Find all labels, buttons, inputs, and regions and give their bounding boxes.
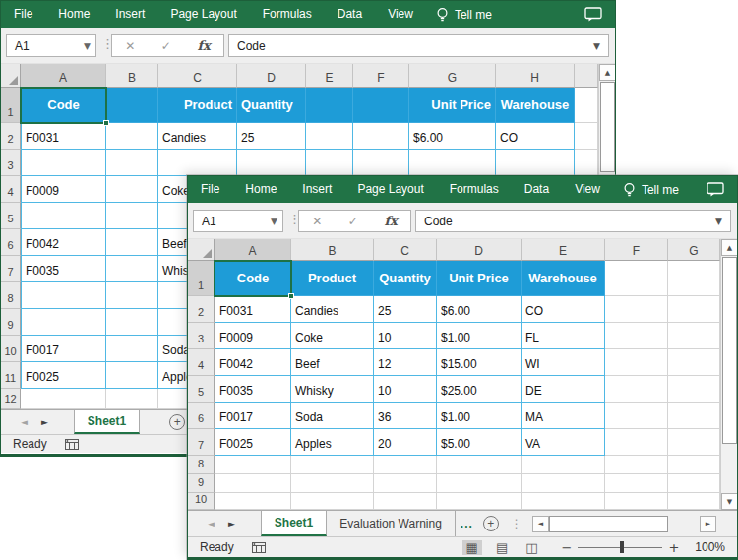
cell-D9[interactable] (437, 474, 522, 493)
cell-D3[interactable]: $1.00 (437, 323, 522, 349)
cell-B2[interactable] (106, 123, 158, 150)
cell-B11[interactable] (106, 362, 158, 389)
zoom-slider[interactable] (578, 541, 662, 553)
row-header-11[interactable]: 11 (1, 362, 21, 389)
sheet-nav-left-icon[interactable]: ◄ (21, 417, 28, 427)
ribbon-tab-view[interactable]: View (375, 1, 426, 28)
cell-F3[interactable] (605, 323, 668, 349)
column-header-c[interactable]: C (374, 239, 437, 261)
zoom-out-icon[interactable]: − (555, 540, 578, 555)
vertical-scrollbar-thumb[interactable] (600, 82, 615, 172)
column-header-d[interactable]: D (437, 239, 522, 261)
cell-E3[interactable] (306, 150, 353, 176)
name-box[interactable]: A1 ▼ (6, 34, 96, 57)
cell-A5[interactable] (21, 203, 106, 229)
select-all-button[interactable] (1, 64, 21, 88)
cell-D6[interactable]: $1.00 (437, 403, 522, 429)
cell-F6[interactable] (605, 403, 668, 429)
ribbon-tab-insert[interactable]: Insert (102, 1, 157, 28)
name-box[interactable]: A1 ▼ (193, 210, 283, 232)
enter-icon[interactable]: ✓ (348, 215, 358, 228)
row-header-3[interactable]: 3 (188, 323, 215, 349)
horizontal-scrollbar-track[interactable] (668, 516, 700, 532)
cell-F8[interactable] (605, 456, 668, 474)
ribbon-tab-data[interactable]: Data (512, 176, 562, 203)
cell-A6[interactable]: F0017 (215, 403, 291, 429)
ribbon-tab-home[interactable]: Home (232, 176, 289, 203)
formula-bar-expand-icon[interactable]: ▼ (593, 41, 600, 51)
scroll-up-icon[interactable]: ▲ (599, 64, 615, 81)
cell-B10[interactable] (291, 493, 374, 510)
cell-F4[interactable] (605, 349, 668, 376)
cell-C4[interactable]: 12 (374, 349, 437, 376)
row-header-10[interactable]: 10 (188, 493, 215, 510)
row-header-6[interactable]: 6 (1, 229, 21, 256)
cell-A2[interactable]: F0031 (215, 296, 291, 323)
ribbon-tab-page-layout[interactable]: Page Layout (344, 176, 436, 203)
column-header-a[interactable]: A (21, 64, 106, 88)
vertical-scrollbar[interactable]: ▲ ▼ (720, 239, 737, 510)
cell-E1[interactable]: Warehouse (522, 261, 605, 296)
cell-B6[interactable] (106, 229, 158, 256)
insert-function-icon[interactable]: fx (197, 38, 210, 53)
column-header-e[interactable]: E (522, 239, 605, 261)
cell-D8[interactable] (437, 456, 522, 474)
cell-B7[interactable]: Apples (291, 429, 374, 456)
cell-A4[interactable]: F0042 (215, 349, 291, 376)
cell-A4[interactable]: F0009 (21, 176, 106, 203)
cell-D10[interactable] (437, 493, 522, 510)
ribbon-tab-page-layout[interactable]: Page Layout (157, 1, 249, 28)
cell-F9[interactable] (605, 474, 668, 493)
cell-B3[interactable] (106, 150, 158, 176)
horizontal-scrollbar-thumb[interactable] (549, 516, 668, 532)
column-header-f[interactable]: F (605, 239, 668, 261)
cell-G1[interactable] (668, 261, 720, 296)
row-header-4[interactable]: 4 (1, 176, 21, 203)
cell-A10[interactable] (215, 493, 291, 510)
cell-H2[interactable]: CO (496, 123, 575, 150)
cell-E10[interactable] (522, 493, 605, 510)
tell-me-button[interactable]: Tell me (426, 7, 502, 23)
column-header-e[interactable]: E (306, 64, 353, 88)
scroll-up-icon[interactable]: ▲ (721, 239, 737, 256)
cell-C3[interactable] (158, 150, 237, 176)
cell-E4[interactable]: WI (522, 349, 605, 376)
cell-B4[interactable] (106, 176, 158, 203)
cell-F5[interactable] (605, 376, 668, 403)
cell-B12[interactable] (106, 389, 158, 409)
cell-x2[interactable] (575, 123, 598, 150)
cell-B4[interactable]: Beef (291, 349, 374, 376)
cell-C9[interactable] (374, 474, 437, 493)
cell-G8[interactable] (668, 456, 720, 474)
cell-D5[interactable]: $25.00 (437, 376, 522, 403)
cell-G4[interactable] (668, 349, 720, 376)
row-header-4[interactable]: 4 (188, 349, 215, 376)
scroll-right-icon[interactable]: ► (700, 516, 716, 532)
cell-A6[interactable]: F0042 (21, 229, 106, 256)
column-header-b[interactable]: B (291, 239, 374, 261)
row-header-1[interactable]: 1 (188, 261, 215, 296)
column-header-blank[interactable] (575, 64, 598, 88)
ribbon-tab-data[interactable]: Data (325, 1, 375, 28)
column-header-d[interactable]: D (237, 64, 306, 88)
cell-C2[interactable]: Candies (158, 123, 237, 150)
cell-E9[interactable] (522, 474, 605, 493)
formula-bar-expand-icon[interactable]: ▼ (715, 217, 722, 226)
page-layout-view-icon[interactable]: ▤ (492, 540, 512, 555)
cell-A9[interactable] (21, 309, 106, 336)
name-box-dropdown-icon[interactable]: ▼ (84, 41, 91, 51)
cell-A10[interactable]: F0017 (21, 336, 106, 362)
cell-G7[interactable] (668, 429, 720, 456)
cell-F2[interactable] (353, 123, 409, 150)
cell-B1[interactable] (106, 88, 158, 123)
page-break-view-icon[interactable]: ◫ (522, 540, 541, 555)
cell-A1[interactable]: Code (21, 88, 106, 123)
cell-B10[interactable] (106, 336, 158, 362)
row-header-9[interactable]: 9 (1, 309, 21, 336)
cell-E2[interactable]: CO (522, 296, 605, 323)
cell-B9[interactable] (106, 309, 158, 336)
cell-E2[interactable] (306, 123, 353, 150)
cell-G5[interactable] (668, 376, 720, 403)
cell-E1[interactable] (306, 88, 353, 123)
cell-A3[interactable] (21, 150, 106, 176)
